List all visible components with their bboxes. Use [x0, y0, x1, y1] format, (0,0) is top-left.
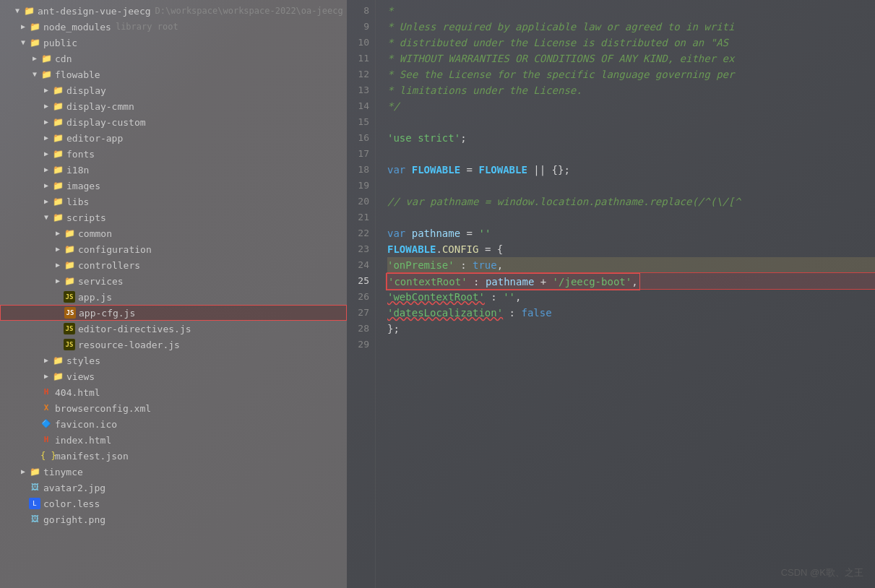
- tree-item-404-html[interactable]: H 404.html: [0, 384, 347, 400]
- libs-folder-icon: 📁: [52, 196, 64, 207]
- displaycustom-folder-icon: 📁: [52, 116, 64, 128]
- tree-item-styles[interactable]: ▶ 📁 styles: [0, 353, 347, 368]
- controllers-label: controllers: [78, 260, 140, 271]
- code-18-eq: =: [460, 164, 478, 176]
- code-line-26: 'webContextRoot' : '',: [387, 289, 875, 305]
- code-24-true: true: [473, 259, 497, 271]
- tree-item-favicon-ico[interactable]: 🔷 favicon.ico: [0, 416, 347, 432]
- line-num-10: 10: [347, 35, 375, 51]
- comment-13: * limitations under the License.: [387, 85, 582, 96]
- nm-sublabel: library root: [116, 22, 178, 32]
- styles-label: styles: [66, 355, 100, 366]
- tree-item-goright-png[interactable]: 🖼 goright.png: [0, 511, 347, 527]
- flowable-folder-icon: 📁: [40, 69, 52, 80]
- tree-item-editor-directives-js[interactable]: JS editor-directives.js: [0, 321, 347, 337]
- services-label: services: [78, 276, 124, 287]
- scripts-label: scripts: [66, 212, 106, 223]
- i18n-folder-icon: 📁: [52, 164, 64, 176]
- tree-item-i18n[interactable]: ▶ 📁 i18n: [0, 162, 347, 178]
- tree-item-avatar2-jpg[interactable]: 🖼 avatar2.jpg: [0, 480, 347, 496]
- tree-item-color-less[interactable]: L color.less: [0, 496, 347, 511]
- tinymce-label: tinymce: [43, 467, 83, 477]
- tree-item-views[interactable]: ▶ 📁 views: [0, 368, 347, 384]
- tree-item-images[interactable]: ▶ 📁 images: [0, 178, 347, 194]
- code-line-25: 'contextRoot' : pathname + '/jeecg-boot'…: [387, 273, 875, 289]
- tree-item-app-cfg-js[interactable]: JS app-cfg.js: [0, 305, 347, 321]
- displaycmmn-folder-icon: 📁: [52, 100, 64, 112]
- line-num-15: 15: [347, 114, 375, 130]
- line-num-24: 24: [347, 257, 375, 273]
- file-tree-panel: ▼ 📁 ant-design-vue-jeecg D:\workspace\wo…: [0, 0, 347, 588]
- editordir-label: editor-directives.js: [78, 324, 191, 334]
- tree-item-display-cmmn[interactable]: ▶ 📁 display-cmmn: [0, 98, 347, 114]
- manifestjson-icon: { }: [40, 450, 52, 462]
- favicon-label: favicon.ico: [55, 419, 117, 430]
- nm-label: node_modules: [43, 22, 111, 33]
- tree-item-index-html[interactable]: H index.html: [0, 432, 347, 448]
- tree-item-resource-loader-js[interactable]: JS resource-loader.js: [0, 337, 347, 353]
- editorapp-label: editor-app: [66, 133, 123, 144]
- code-lines-area[interactable]: * * Unless required by applicable law or…: [376, 0, 875, 588]
- code-25-colon: :: [467, 276, 486, 287]
- code-18-flowable1: FLOWABLE: [412, 164, 460, 176]
- cdn-arrow: ▶: [29, 53, 40, 64]
- code-line-9: * Unless required by applicable law or a…: [387, 19, 875, 35]
- libs-label: libs: [66, 196, 89, 207]
- code-24-onpremise: 'onPremise': [387, 259, 454, 271]
- code-22-pathname: pathname: [412, 228, 460, 239]
- tree-item-display-custom[interactable]: ▶ 📁 display-custom: [0, 114, 347, 130]
- services-folder-icon: 📁: [64, 275, 75, 287]
- browserconfig-icon: X: [40, 402, 52, 414]
- tree-item-flowable[interactable]: ▼ 📁 flowable: [0, 66, 347, 82]
- code-25-comma: ,: [632, 276, 637, 287]
- line-num-16: 16: [347, 130, 375, 146]
- flowable-arrow: ▼: [29, 69, 40, 80]
- tree-item-editor-app[interactable]: ▶ 📁 editor-app: [0, 130, 347, 146]
- code-25-pathname: pathname: [486, 276, 534, 287]
- displaycustom-arrow: ▶: [40, 116, 52, 128]
- tree-item-display[interactable]: ▶ 📁 display: [0, 82, 347, 98]
- code-line-20: // var pathname = window.location.pathna…: [387, 194, 875, 209]
- tree-item-browserconfig-xml[interactable]: X browserconfig.xml: [0, 400, 347, 416]
- root-label: ant-design-vue-jeecg: [38, 6, 151, 17]
- display-arrow: ▶: [40, 85, 52, 96]
- code-26-colon: :: [485, 291, 503, 303]
- code-23-open: = {: [478, 243, 503, 255]
- tree-item-scripts[interactable]: ▼ 📁 scripts: [0, 209, 347, 225]
- code-23-dot: .: [436, 243, 441, 255]
- configuration-arrow: ▶: [52, 243, 64, 255]
- line-num-22: 22: [347, 225, 375, 241]
- tree-item-libs[interactable]: ▶ 📁 libs: [0, 194, 347, 209]
- tree-item-tinymce[interactable]: ▶ 📁 tinymce: [0, 464, 347, 480]
- tree-item-app-js[interactable]: JS app.js: [0, 289, 347, 305]
- tree-item-cdn[interactable]: ▶ 📁 cdn: [0, 51, 347, 66]
- cdn-label: cdn: [55, 53, 72, 64]
- configuration-label: configuration: [78, 244, 152, 255]
- tree-item-controllers[interactable]: ▶ 📁 controllers: [0, 257, 347, 273]
- code-27-false: false: [521, 307, 551, 319]
- tree-item-fonts[interactable]: ▶ 📁 fonts: [0, 146, 347, 162]
- code-16-semi: ;: [460, 132, 466, 144]
- code-26-comma: ,: [515, 291, 521, 303]
- code-18-rest: || {};: [527, 164, 570, 176]
- tree-item-public[interactable]: ▼ 📁 public: [0, 35, 347, 51]
- code-16-string: 'use strict': [387, 132, 460, 144]
- fonts-folder-icon: 📁: [52, 148, 64, 160]
- line-num-28: 28: [347, 321, 375, 337]
- tree-item-node-modules[interactable]: ▶ 📁 node_modules library root: [0, 19, 347, 35]
- code-line-12: * See the License for the specific langu…: [387, 66, 875, 82]
- line-num-25: 25: [347, 273, 375, 289]
- code-25-contextroot: 'contextRoot': [388, 276, 467, 287]
- tree-item-common[interactable]: ▶ 📁 common: [0, 225, 347, 241]
- tree-item-manifest-json[interactable]: { } manifest.json: [0, 448, 347, 464]
- tree-item-services[interactable]: ▶ 📁 services: [0, 273, 347, 289]
- views-folder-icon: 📁: [52, 371, 64, 382]
- views-arrow: ▶: [40, 371, 52, 382]
- nm-arrow: ▶: [17, 21, 29, 33]
- fonts-arrow: ▶: [40, 148, 52, 160]
- tree-item-configuration[interactable]: ▶ 📁 configuration: [0, 241, 347, 257]
- favicon-icon: 🔷: [40, 418, 52, 430]
- i18n-label: i18n: [66, 165, 89, 176]
- comment-12: * See the License for the specific langu…: [387, 69, 734, 80]
- tree-root-item[interactable]: ▼ 📁 ant-design-vue-jeecg D:\workspace\wo…: [0, 3, 347, 19]
